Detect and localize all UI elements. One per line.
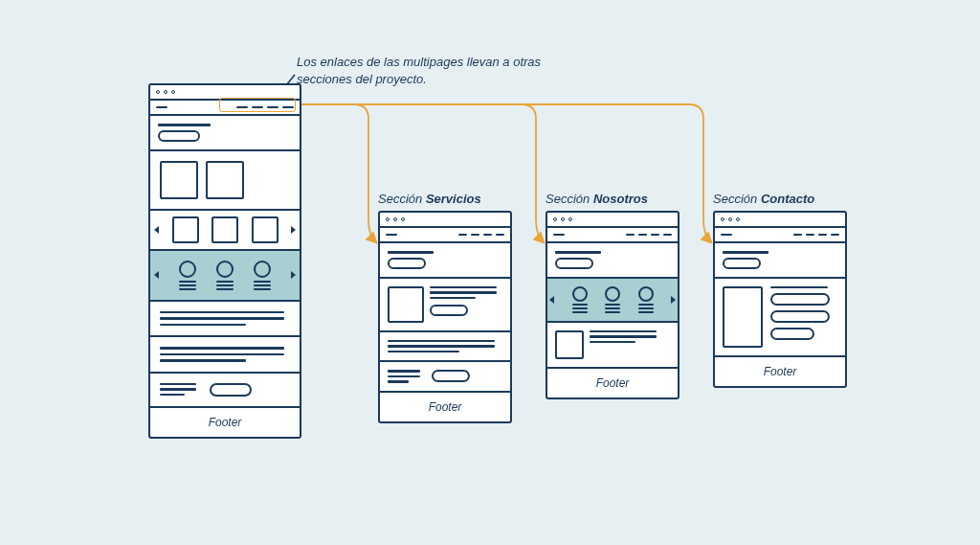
chevron-left-icon[interactable] [154, 226, 159, 234]
teal-carousel [150, 249, 300, 300]
form-field[interactable] [770, 310, 830, 323]
cta-row [150, 372, 300, 406]
chevron-right-icon[interactable] [291, 271, 296, 279]
tile [160, 161, 198, 199]
label-contacto: Sección Contacto [713, 192, 814, 206]
logo-mark [156, 106, 167, 109]
chevron-left-icon[interactable] [154, 271, 159, 279]
chevron-left-icon[interactable] [549, 296, 554, 304]
tile [212, 216, 238, 243]
hero-block [150, 114, 300, 149]
two-tiles [150, 149, 300, 209]
chevron-right-icon[interactable] [671, 296, 676, 304]
wireframe-servicios: Footer [378, 211, 512, 423]
window-dots [150, 85, 300, 99]
label-nosotros: Sección Nosotros [546, 192, 648, 206]
cta-button[interactable] [432, 370, 470, 382]
submit-button[interactable] [770, 328, 814, 340]
cta-button[interactable] [210, 383, 252, 397]
wireframe-home: Footer [148, 83, 301, 439]
text-block [150, 335, 300, 372]
nav-links-highlight [219, 98, 296, 112]
tile [252, 216, 278, 243]
chevron-right-icon[interactable] [291, 226, 296, 234]
tile [206, 161, 244, 199]
footer-block: Footer [150, 406, 300, 437]
label-servicios: Sección Servicios [378, 192, 481, 206]
wireframe-nosotros: Footer [546, 211, 679, 399]
cta-button[interactable] [430, 305, 468, 316]
annotation-text: Los enlaces de las multipages llevan a o… [297, 54, 584, 87]
tile [172, 216, 199, 243]
text-block [150, 300, 300, 336]
square-carousel [150, 209, 300, 249]
form-field[interactable] [770, 293, 830, 306]
wireframe-contacto: Footer [713, 211, 847, 388]
